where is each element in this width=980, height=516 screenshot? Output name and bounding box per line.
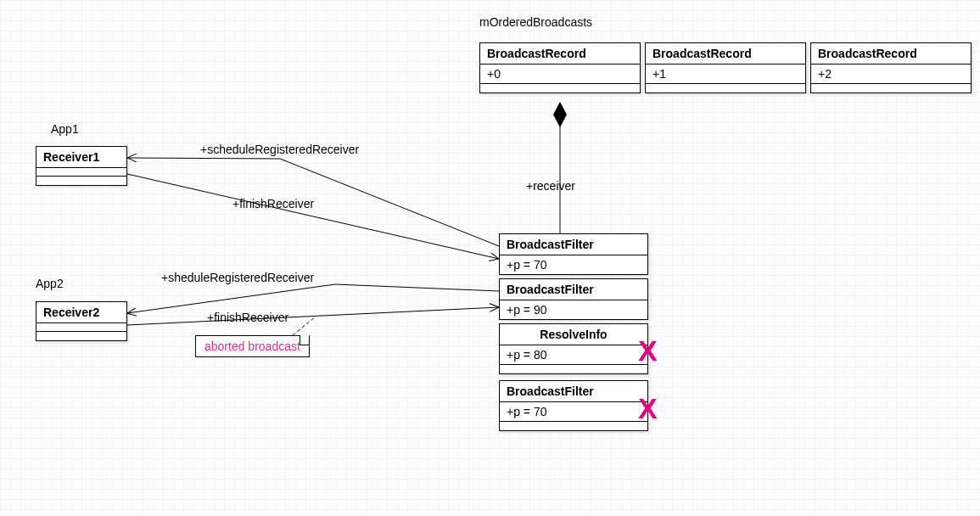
svg-line-6 xyxy=(127,284,335,313)
broadcast-filter-3-title: BroadcastFilter xyxy=(500,381,647,402)
note-aborted-text: aborted broadcast xyxy=(204,339,300,353)
receiver2-title: Receiver2 xyxy=(36,302,126,323)
resolve-info-title: ResolveInfo xyxy=(500,324,647,345)
broadcast-record-2-title: BroadcastRecord xyxy=(811,43,971,64)
spacer xyxy=(36,168,126,177)
spacer xyxy=(500,422,647,430)
svg-line-5 xyxy=(335,284,499,291)
broadcast-record-0-attr: +0 xyxy=(480,64,640,84)
spacer xyxy=(480,84,640,93)
receiver1-box: Receiver1 xyxy=(36,146,127,186)
broadcast-record-1: BroadcastRecord +1 xyxy=(645,42,806,93)
label-schedule-registered-receiver-1: +scheduleRegisteredReceiver xyxy=(200,143,359,156)
label-receiver: +receiver xyxy=(526,179,575,193)
spacer xyxy=(500,365,647,373)
broadcast-record-2: BroadcastRecord +2 xyxy=(810,42,972,93)
broadcast-filter-1-attr: +p = 90 xyxy=(500,300,647,319)
svg-marker-1 xyxy=(553,102,567,127)
broadcast-filter-3: BroadcastFilter +p = 70 xyxy=(499,380,648,431)
spacer xyxy=(36,323,126,332)
broadcast-filter-0: BroadcastFilter +p = 70 xyxy=(499,233,648,275)
label-finish-receiver-1: +finishReceiver xyxy=(232,197,314,210)
broadcast-record-0-title: BroadcastRecord xyxy=(480,43,640,64)
note-aborted-broadcast: aborted broadcast xyxy=(195,335,310,357)
svg-line-3 xyxy=(127,158,280,159)
label-app2: App2 xyxy=(36,277,64,290)
broadcast-filter-0-title: BroadcastFilter xyxy=(500,234,647,255)
broadcast-filter-0-attr: +p = 70 xyxy=(500,255,647,274)
x-icon: X xyxy=(638,334,658,367)
broadcast-filter-1-title: BroadcastFilter xyxy=(500,279,647,300)
resolve-info: ResolveInfo +p = 80 xyxy=(499,323,648,374)
spacer xyxy=(36,332,126,340)
svg-line-4 xyxy=(127,174,499,259)
broadcast-record-0: BroadcastRecord +0 xyxy=(479,42,641,93)
broadcast-filter-1: BroadcastFilter +p = 90 xyxy=(499,278,648,320)
label-app1: App1 xyxy=(51,122,79,136)
spacer xyxy=(811,84,971,93)
broadcast-record-1-attr: +1 xyxy=(646,64,805,84)
svg-line-8 xyxy=(293,317,316,335)
label-shedule-registered-receiver-2: +sheduleRegisteredReceiver xyxy=(161,271,314,284)
fold-icon xyxy=(300,335,310,345)
svg-line-7 xyxy=(127,307,499,325)
resolve-info-attr: +p = 80 xyxy=(500,345,647,365)
receiver1-title: Receiver1 xyxy=(36,147,126,168)
broadcast-filter-3-attr: +p = 70 xyxy=(500,402,647,422)
spacer xyxy=(646,84,805,93)
broadcast-record-1-title: BroadcastRecord xyxy=(646,43,805,64)
spacer xyxy=(36,177,126,185)
receiver2-box: Receiver2 xyxy=(36,301,127,341)
x-icon: X xyxy=(638,392,658,425)
label-finish-receiver-2: +finishReceiver xyxy=(207,311,288,324)
label-ordered-broadcasts: mOrderedBroadcasts xyxy=(479,15,592,29)
broadcast-record-2-attr: +2 xyxy=(811,64,971,84)
